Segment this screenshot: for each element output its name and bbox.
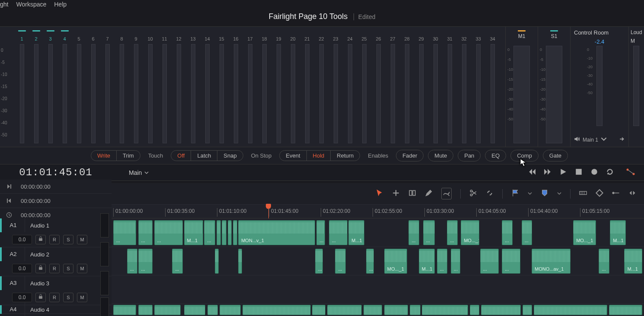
audio-clip[interactable]: ... [480,249,499,274]
mode-trim[interactable]: Trim [117,151,140,161]
audio-clip[interactable] [154,305,181,315]
audio-clip[interactable] [363,305,382,315]
audio-clip[interactable]: ... [408,220,419,245]
lock-button[interactable] [35,264,46,273]
speaker-icon[interactable] [574,136,580,143]
keyframe-icon[interactable] [596,189,603,198]
audio-clip[interactable] [113,305,136,315]
timeline-ruler[interactable]: 01:00:00:0001:00:35:0001:01:10:0001:01:4… [112,205,644,218]
audio-clip[interactable] [327,305,362,315]
control-room-value[interactable]: -2.4 [574,38,625,45]
fade-icon[interactable] [612,189,620,198]
track-header-a4[interactable]: A4Audio 4 [0,305,112,314]
touch-latch[interactable]: Latch [191,151,217,161]
audio-clip[interactable]: MO..._1 [461,220,479,245]
audio-clip[interactable]: ... [522,220,532,245]
audio-clip[interactable] [242,305,311,315]
selection-tool[interactable] [376,189,383,198]
track-lane-a4[interactable] [112,304,644,316]
chevron-down-icon[interactable] [557,190,561,197]
lock-button[interactable] [35,235,46,244]
audio-clip[interactable] [481,305,521,315]
rewind-button[interactable] [528,168,536,177]
onstop-hold[interactable]: Hold [307,151,331,161]
audio-clip[interactable] [220,305,241,315]
arm-button[interactable]: R [49,293,60,302]
lock-button[interactable] [35,293,46,302]
audio-clip[interactable] [228,220,232,245]
audio-clip[interactable] [470,305,479,315]
timecode[interactable]: 01:01:45:01 [0,167,112,178]
range-tool[interactable] [392,189,400,198]
track-lane-a2[interactable]: ..................MO..._1M...1..........… [112,247,644,275]
enable-fader[interactable]: Fader [396,150,424,161]
track-name[interactable]: Audio 4 [25,307,49,313]
snap-icon[interactable] [579,189,587,198]
enable-mute[interactable]: Mute [428,150,453,161]
audio-clip[interactable] [207,305,218,315]
track-lanes[interactable]: .........M...1...MON...v_1......M...1...… [112,218,644,316]
audio-clip[interactable]: ... [329,220,348,245]
menu-help[interactable]: Help [54,1,67,8]
pencil-tool[interactable] [425,189,433,198]
link-icon[interactable] [486,189,494,198]
audio-clip[interactable] [222,220,226,245]
audio-clip[interactable]: ... [423,220,435,245]
audio-clip[interactable]: M...1 [624,249,642,274]
audio-clip[interactable]: MONO...av_1 [532,249,571,274]
arm-button[interactable]: R [49,235,60,244]
bus-s1[interactable]: S1 0-5-10-15-20-30-40-50 [538,27,571,147]
out-point-row[interactable]: 00:00:00:00 [0,194,112,208]
audio-clip[interactable] [215,249,219,274]
touch-off[interactable]: Off [171,151,191,161]
record-button[interactable] [590,168,598,177]
audio-clip[interactable] [384,305,408,315]
solo-button[interactable]: S [63,235,73,244]
arrow-right-icon[interactable] [619,136,625,143]
audio-clip[interactable]: ... [316,220,325,245]
track-name[interactable]: Audio 2 [25,251,49,258]
audio-clip[interactable] [233,220,237,245]
track-lane-a1[interactable]: .........M...1...MON...v_1......M...1...… [112,218,644,247]
mute-button[interactable]: M [77,235,87,244]
audio-clip[interactable]: M...1 [419,249,435,274]
audio-clip[interactable]: ... [447,220,458,245]
audio-clip[interactable] [523,305,532,315]
stop-button[interactable] [575,168,583,177]
audio-clip[interactable]: ... [451,249,460,274]
audio-clip[interactable]: ... [138,249,153,274]
mode-write[interactable]: Write [91,151,117,161]
track-name[interactable]: Audio 1 [25,222,49,229]
track-volume[interactable]: 0.0 [12,293,32,302]
audio-clip[interactable]: ... [113,220,136,245]
audio-clip[interactable]: M...1 [348,220,364,245]
track-volume[interactable]: 0.0 [12,235,32,244]
touch-snap[interactable]: Snap [217,151,242,161]
audio-clip[interactable]: ... [502,220,513,245]
track-volume[interactable]: 0.0 [12,264,32,273]
audio-clip[interactable]: MON...v_1 [238,220,315,245]
mute-button[interactable]: M [77,264,87,273]
scissors-icon[interactable] [469,189,477,198]
in-point-row[interactable]: 00:00:00:00 [0,180,112,194]
audio-clip[interactable] [184,305,205,315]
arm-button[interactable]: R [49,264,60,273]
track-header-a1[interactable]: A1Audio 10.0 R S M [0,218,112,247]
audio-clip[interactable]: ... [204,220,215,245]
onstop-event[interactable]: Event [280,151,306,161]
audio-clip[interactable]: ... [437,249,448,274]
enable-gate[interactable]: Gate [543,150,568,161]
audio-clip[interactable]: ... [154,220,183,245]
track-name[interactable]: Audio 3 [25,280,49,287]
audio-clip[interactable]: ... [502,249,520,274]
audio-clip[interactable]: ... [172,249,183,274]
menu-fairlight[interactable]: ght [0,1,8,8]
audio-clip[interactable]: ... [335,249,346,274]
audio-clip[interactable] [422,305,468,315]
audio-clip[interactable]: MO..._1 [573,220,596,245]
solo-button[interactable]: S [63,293,73,302]
automation-edit-tool[interactable] [441,188,452,199]
audio-clip[interactable]: M...1 [184,220,203,245]
mute-button[interactable]: M [77,293,87,302]
track-lane-a3[interactable] [112,275,644,304]
